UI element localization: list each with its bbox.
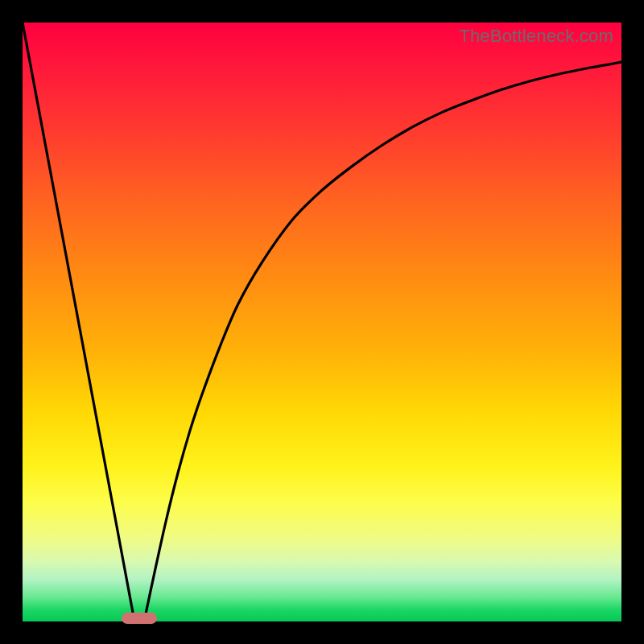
bottleneck-marker [122, 613, 157, 624]
left-slope-line [23, 23, 134, 621]
curve-layer [23, 23, 621, 621]
plot-area: TheBottleneck.com [23, 23, 621, 621]
right-asymptote-curve [144, 62, 621, 621]
chart-frame: TheBottleneck.com [0, 0, 644, 644]
